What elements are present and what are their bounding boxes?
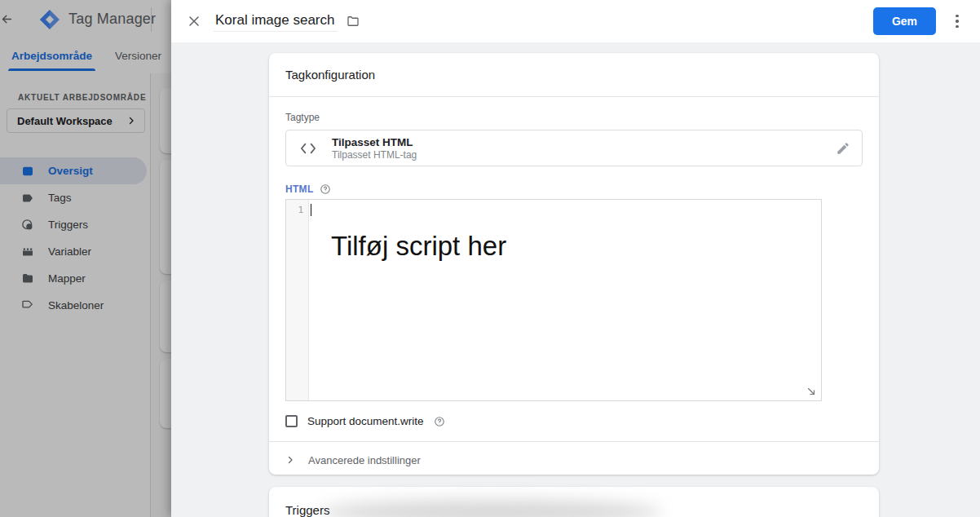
text-caret bbox=[311, 204, 311, 216]
tag-configuration-body: Tagtype Tilpasset HTML Tilpasset HTML-ta… bbox=[269, 97, 879, 427]
more-options-icon[interactable] bbox=[947, 11, 967, 31]
tag-editor-panel: Koral image search Gem Tagkonfiguration … bbox=[171, 0, 980, 517]
editor-code-area[interactable]: Tilføj script her bbox=[309, 200, 821, 400]
save-button[interactable]: Gem bbox=[873, 7, 936, 35]
support-document-write-checkbox[interactable] bbox=[285, 415, 298, 427]
tag-configuration-card: Tagkonfiguration Tagtype Tilpasset HTML … bbox=[269, 53, 879, 475]
tagtype-label: Tagtype bbox=[285, 112, 863, 123]
html-field-header: HTML bbox=[285, 183, 863, 195]
checkbox-label: Support document.write bbox=[307, 415, 424, 427]
advanced-settings-toggle[interactable]: Avancerede indstillinger bbox=[269, 442, 879, 478]
tag-configuration-title: Tagkonfiguration bbox=[269, 53, 879, 97]
panel-body: Tagkonfiguration Tagtype Tilpasset HTML … bbox=[171, 42, 980, 517]
code-icon bbox=[299, 141, 317, 156]
tagtype-description: Tilpasset HTML-tag bbox=[332, 149, 836, 161]
triggers-card: Triggers bbox=[269, 487, 879, 517]
chevron-right-icon bbox=[285, 455, 295, 465]
html-code-editor[interactable]: 1 Tilføj script her bbox=[285, 199, 822, 401]
tag-name-field[interactable]: Koral image search bbox=[214, 11, 338, 32]
editor-line-number: 1 bbox=[286, 200, 309, 400]
close-icon[interactable] bbox=[186, 13, 202, 29]
tagtype-name: Tilpasset HTML bbox=[332, 136, 836, 149]
move-to-folder-icon[interactable] bbox=[346, 14, 360, 29]
panel-header: Koral image search Gem bbox=[171, 0, 980, 42]
resize-handle-icon[interactable] bbox=[806, 386, 817, 397]
help-icon[interactable] bbox=[434, 416, 445, 427]
help-icon[interactable] bbox=[320, 183, 331, 195]
support-document-write-row: Support document.write bbox=[285, 415, 863, 427]
tagtype-selector[interactable]: Tilpasset HTML Tilpasset HTML-tag bbox=[285, 130, 863, 166]
advanced-settings-label: Avancerede indstillinger bbox=[308, 454, 421, 466]
editor-hint-text: Tilføj script her bbox=[331, 231, 506, 262]
html-label: HTML bbox=[285, 183, 314, 195]
edit-pencil-icon[interactable] bbox=[836, 141, 850, 156]
